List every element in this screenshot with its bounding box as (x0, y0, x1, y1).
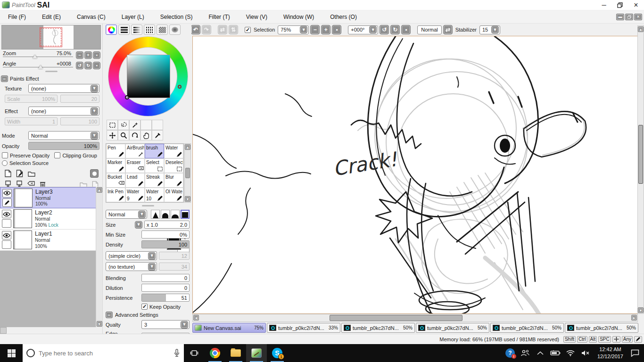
nav-zoom-reset-button[interactable]: ▪ (93, 51, 100, 59)
canvas-horizontal-scrollbar[interactable]: ◄ ► (192, 314, 638, 322)
chrome-taskbar-icon[interactable] (205, 344, 225, 362)
scratchpad-tab[interactable] (169, 25, 181, 35)
menu-edit[interactable]: Edit (E) (34, 14, 69, 20)
close-button[interactable]: × (628, 0, 644, 10)
taskbar-clock[interactable]: 12:42 AM 12/12/2017 (594, 346, 626, 360)
tab-tumblr-3[interactable]: tumblr_p0kc2i7dN...50% (416, 323, 489, 333)
doc-minimize-button[interactable]: ▬ (616, 14, 624, 20)
zoom-in-button[interactable]: + (321, 25, 330, 34)
menu-view[interactable]: View (V) (238, 14, 275, 20)
taskbar-search[interactable] (23, 344, 184, 362)
edge-shape-pointed[interactable] (151, 210, 160, 219)
canvas-vertical-scrollbar[interactable]: ▲ ▼ (637, 25, 644, 314)
flip-v-button[interactable]: ⇅ (229, 25, 238, 34)
battery-tray-icon[interactable] (549, 350, 561, 356)
preserve-opacity-checkbox[interactable] (2, 152, 8, 158)
zoom-slider-handle[interactable] (33, 55, 37, 58)
tray-expand-chevron-icon[interactable] (534, 351, 546, 355)
layer3-edit-indicator[interactable] (2, 198, 12, 207)
quality-dropdown[interactable]: 3▼ (141, 320, 190, 329)
color-wheel-tab[interactable] (106, 25, 117, 35)
rect-select-tool[interactable] (107, 120, 118, 130)
tool-deselect[interactable]: Deselect (164, 158, 183, 173)
new-linework-layer-icon[interactable] (16, 170, 23, 177)
rotate-cw-button[interactable]: ↻ (390, 25, 400, 34)
layer3-thumbnail[interactable] (14, 189, 33, 207)
new-layer-set-icon[interactable] (28, 171, 35, 177)
brush-shape-dropdown[interactable]: (simple circle)▼ (106, 251, 157, 260)
tab-tumblr-4[interactable]: tumblr_p0kc2i7dN...50% (490, 323, 564, 333)
flip-h-button[interactable]: ⇄ (218, 25, 227, 34)
layers-scroll-up-icon[interactable]: ▲ (97, 187, 102, 193)
size-unit-dropdown-button[interactable]: ▼ (135, 221, 142, 229)
edge-shape-flat-round[interactable] (171, 210, 180, 219)
tool-inkpen[interactable]: Ink Pen (106, 188, 125, 202)
stabilizer-dropdown[interactable]: 15▼ (479, 25, 500, 34)
empty-tool-slot-2[interactable] (152, 120, 163, 130)
nav-angle-reset-button[interactable]: ▪ (93, 62, 100, 69)
zoom-reset-button[interactable]: ▪ (332, 25, 341, 34)
tool-scroll-down-icon[interactable]: ▼ (185, 196, 190, 202)
tool-lead[interactable]: Lead (125, 173, 145, 188)
nav-rotate-ccw-button[interactable]: ↺ (76, 62, 83, 69)
layer-item-layer2[interactable]: Layer2 Normal 100%Lock (0, 208, 96, 230)
hue-cursor[interactable] (178, 85, 182, 89)
swap-color-mode-button[interactable] (443, 25, 453, 34)
help-tray-icon[interactable]: ? (504, 348, 516, 358)
tool-streak[interactable]: Streak (145, 173, 164, 188)
effect-dropdown[interactable]: (none)▼ (28, 107, 99, 115)
tool-airbrush[interactable]: AirBrush (125, 144, 145, 158)
brush-shape-dropdown-button[interactable]: ▼ (148, 252, 156, 260)
stabilizer-dropdown-button[interactable]: ▼ (491, 26, 499, 33)
mask-icon[interactable] (90, 169, 99, 178)
volume-muted-tray-icon[interactable] (579, 350, 592, 356)
density-slider[interactable]: 100 (141, 240, 190, 248)
color-wheel[interactable] (106, 37, 190, 118)
angle-slider-handle[interactable] (38, 65, 43, 69)
swatches-tab[interactable] (157, 25, 168, 35)
new-layer-icon[interactable] (5, 170, 11, 177)
menu-layer[interactable]: Layer (L) (114, 14, 152, 20)
menu-file[interactable]: File (F) (0, 14, 34, 20)
selection-source-radio[interactable] (2, 160, 8, 166)
rotate-tool[interactable] (129, 130, 140, 140)
navigator-preview[interactable] (1, 25, 101, 49)
layer-item-layer3[interactable]: Layer3 Normal 100% (0, 187, 96, 208)
navigator-angle-slider[interactable]: Angle +0008 (3, 61, 73, 70)
lasso-tool[interactable] (118, 120, 129, 130)
persistence-slider[interactable]: 51 (141, 294, 190, 302)
keep-opacity-checkbox[interactable]: ✓ (141, 304, 148, 310)
menu-others[interactable]: Others (O) (322, 14, 365, 20)
navigator-viewport-rect[interactable] (40, 27, 62, 47)
effect-dropdown-button[interactable]: ▼ (91, 107, 98, 115)
tool-water[interactable]: Water (164, 144, 183, 158)
layers-scroll-down-icon[interactable]: ▼ (97, 321, 102, 327)
tool-brush[interactable]: brush (145, 144, 164, 158)
angle-dropdown-button[interactable]: ▼ (369, 26, 377, 33)
scroll-up-icon[interactable]: ▲ (638, 26, 644, 32)
menu-selection[interactable]: Selection (S) (152, 14, 201, 20)
restore-button[interactable] (612, 0, 628, 10)
minimize-button[interactable]: ─ (596, 0, 612, 10)
layers-scrollbar[interactable]: ▲ ▼ (96, 187, 102, 327)
tab-tumblr-2[interactable]: tumblr_p0kc2i7dN...50% (341, 323, 415, 333)
tab-new-canvas[interactable]: New Canvas.sai75% (192, 323, 266, 333)
eyedropper-tool[interactable] (152, 130, 163, 140)
min-size-field[interactable]: 0% (141, 230, 190, 239)
menu-filter[interactable]: Filter (T) (200, 14, 238, 20)
nav-zoom-out-button[interactable]: − (76, 51, 83, 59)
blending-slider[interactable]: 0 (141, 274, 190, 282)
canvas[interactable]: Crack! (192, 36, 638, 314)
scroll-right-icon[interactable]: ► (631, 315, 637, 321)
nav-rotate-cw-button[interactable]: ↻ (84, 62, 92, 69)
menu-window[interactable]: Window (W) (275, 14, 322, 20)
clipping-group-checkbox[interactable] (54, 152, 60, 158)
paint-mode-button[interactable]: Normal (417, 25, 441, 34)
rgb-slider-tab[interactable] (118, 25, 130, 35)
start-button[interactable] (0, 344, 23, 362)
layer2-visibility-toggle[interactable] (2, 210, 11, 218)
tool-grid-scrollbar[interactable]: ▲ ▼ (184, 143, 191, 203)
layer-item-layer1[interactable]: Layer1 Normal 100% (0, 230, 96, 251)
zoom-out-button[interactable]: − (310, 25, 320, 34)
layer-mode-dropdown-button[interactable]: ▼ (91, 132, 98, 140)
